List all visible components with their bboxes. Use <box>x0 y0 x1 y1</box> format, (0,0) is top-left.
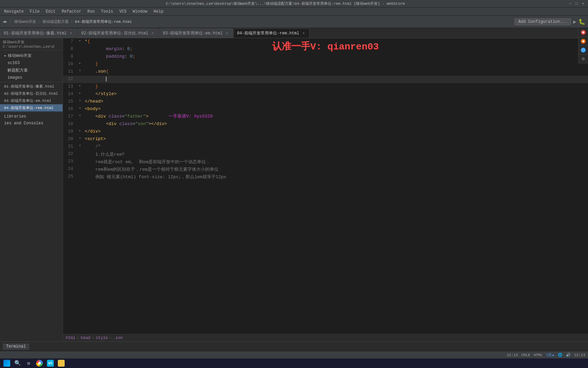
debug-icon[interactable]: 🐛 <box>578 18 585 25</box>
fold-icon-20[interactable]: ▾ <box>79 136 81 140</box>
browser-firefox-icon[interactable] <box>578 37 588 46</box>
menu-refactor[interactable]: Refactor <box>59 9 84 15</box>
sidebar-item-images[interactable]: images <box>0 74 63 81</box>
tab-02-close[interactable]: × <box>150 31 155 36</box>
sidebar-divider1 <box>0 82 63 82</box>
tab-04-close[interactable]: × <box>301 31 306 36</box>
fold-icon-17[interactable]: ▾ <box>79 113 81 118</box>
gutter-20[interactable]: ▾ <box>77 136 83 140</box>
breadcrumb-style[interactable]: style <box>96 336 108 340</box>
code-line-25: 25 例如 根元素(html) font-size: 12px;，那么1em就等… <box>63 173 588 181</box>
code-line-7: 7 ▸ *{ <box>63 38 588 46</box>
code-line-22: 22 1.什么是rem? <box>63 151 588 158</box>
taskbar-start[interactable] <box>2 359 12 367</box>
sidebar-item-consoles[interactable]: ies and Consoles <box>0 120 63 127</box>
fold-icon-15[interactable]: ▾ <box>79 98 81 103</box>
menu-edit[interactable]: Edit <box>43 9 58 15</box>
code-line-20: 20 ▾ <script> <box>63 136 588 143</box>
tab-03[interactable]: 03-前端开发常用单位-em.html × <box>159 28 233 38</box>
libraries-label: Libraries <box>4 114 26 119</box>
sidebar-item-libraries[interactable]: Libraries <box>0 113 63 120</box>
expand-icon: ▸ <box>4 53 6 58</box>
line-content-11: .son{ <box>83 68 588 74</box>
fold-icon-11[interactable]: ▾ <box>79 68 81 73</box>
taskbar-search[interactable]: 🔍 <box>13 359 22 367</box>
sidebar-root-label: 移动Web开发 <box>8 53 32 59</box>
toolbar-separator <box>11 18 11 25</box>
add-config-button[interactable]: Add Configuration... <box>514 18 571 25</box>
line-num-20: 20 <box>63 136 77 141</box>
line-content-9: padding: 0; <box>83 53 588 59</box>
breadcrumb-html[interactable]: html <box>66 336 76 340</box>
close-button[interactable]: × <box>581 1 585 6</box>
gutter-19[interactable]: ▸ <box>77 128 83 133</box>
code-editor[interactable]: 7 ▸ *{ 8 margin: 0; 9 padding: 0; 10 <box>63 38 588 341</box>
line-content-14: </style> <box>83 91 588 96</box>
browser-edge-icon[interactable] <box>578 46 588 55</box>
menu-vcs[interactable]: VCS <box>116 9 129 15</box>
menu-navigate[interactable]: Navigate <box>1 9 27 15</box>
gutter-15[interactable]: ▾ <box>77 98 83 103</box>
fold-icon-7[interactable]: ▸ <box>79 39 81 43</box>
fold-icon-19[interactable]: ▸ <box>79 128 81 133</box>
run-icon[interactable]: ▶ <box>573 18 576 25</box>
sidebar-item-root[interactable]: ▸ 移动Web开发 <box>0 52 63 60</box>
taskbar-task-view[interactable]: ⊞ <box>24 359 33 367</box>
file04-label: 04-前端开发单位-rem.html <box>4 105 53 110</box>
sidebar-item-file01[interactable]: 01-前端开发单位-像素.html <box>0 83 63 90</box>
toolbar-breadcrumb-project[interactable]: 移动Web开发 <box>14 19 36 24</box>
sidebar-item-sc163[interactable]: sc163 <box>0 60 63 66</box>
sidebar-item-file03[interactable]: 03-前端开发单位-em.html <box>0 97 63 104</box>
gutter-13[interactable]: ▸ <box>77 83 83 88</box>
code-line-13: 13 ▸ } <box>63 83 588 91</box>
taskbar-chrome[interactable] <box>35 359 44 367</box>
window-controls: ─ □ × <box>568 1 585 6</box>
menu-help[interactable]: Help <box>151 9 166 15</box>
minimize-button[interactable]: ─ <box>568 1 572 6</box>
line-content-23: rem就是root em, 和em是前端开发中的一个动态单位， <box>83 158 588 165</box>
tab-03-close[interactable]: × <box>225 31 229 36</box>
menu-run[interactable]: Run <box>85 9 98 15</box>
maximize-button[interactable]: □ <box>574 1 579 6</box>
fold-icon-21[interactable]: ▾ <box>79 143 81 148</box>
tab-01-close[interactable]: × <box>69 31 74 36</box>
sidebar-item-solution[interactable]: 解题配方案 <box>0 66 63 74</box>
gutter-17[interactable]: ▾ <box>77 113 83 118</box>
browser-settings-icon[interactable]: ⚙ <box>578 55 588 63</box>
breadcrumb-head[interactable]: head <box>81 336 91 340</box>
menu-file[interactable]: File <box>27 9 43 15</box>
editor-area[interactable]: 认准一手V: qianren03 一手靠谱V: hys5329 7 ▸ *{ 8… <box>63 38 588 341</box>
taskbar-taskview-icon: ⊞ <box>27 361 30 366</box>
gutter-7[interactable]: ▸ <box>77 39 83 43</box>
tab-02[interactable]: 02-前端开发常用单位-百分比.html × <box>78 28 159 38</box>
consoles-label: ies and Consoles <box>4 121 43 126</box>
line-num-12: 12 <box>63 76 77 81</box>
fold-icon-13[interactable]: ▸ <box>79 83 81 88</box>
line-content-16: <body> <box>83 106 588 111</box>
gutter-11[interactable]: ▾ <box>77 68 83 73</box>
breadcrumb-arrow: › <box>38 20 40 24</box>
line-content-8: margin: 0; <box>83 46 588 51</box>
taskbar-webstorm[interactable]: WS <box>46 359 55 367</box>
fold-icon-14[interactable]: ▸ <box>79 91 81 95</box>
sidebar-item-file04[interactable]: 04-前端开发单位-rem.html <box>0 104 63 111</box>
breadcrumb-son[interactable]: .son <box>113 336 123 340</box>
fold-icon-10[interactable]: ▸ <box>79 61 81 65</box>
gutter-21[interactable]: ▾ <box>77 143 83 148</box>
line-num-15: 15 <box>63 98 77 104</box>
text-cursor <box>106 77 107 81</box>
gutter-16[interactable]: ▾ <box>77 106 83 110</box>
sidebar-item-file02[interactable]: 02-前端开发单位-百分比.html <box>0 90 63 97</box>
terminal-tab[interactable]: Terminal <box>3 343 29 350</box>
tab-01[interactable]: 01-前端开发常用单位-像素.html × <box>0 28 77 38</box>
gutter-14[interactable]: ▸ <box>77 91 83 95</box>
menu-tools[interactable]: Tools <box>98 9 116 15</box>
tab-04[interactable]: 04-前端开发常用单位-rem.html × <box>233 28 310 38</box>
code-line-14: 14 ▸ </style> <box>63 91 588 98</box>
gutter-10[interactable]: ▸ <box>77 61 83 65</box>
browser-chrome-icon[interactable] <box>578 28 588 37</box>
taskbar-file-explorer[interactable] <box>56 359 66 367</box>
fold-icon-16[interactable]: ▾ <box>79 106 81 110</box>
main-layout: 移动Web开发 C:\Users\Jonathan_Lee\D ▸ 移动Web开… <box>0 38 588 341</box>
menu-window[interactable]: Window <box>130 9 150 15</box>
